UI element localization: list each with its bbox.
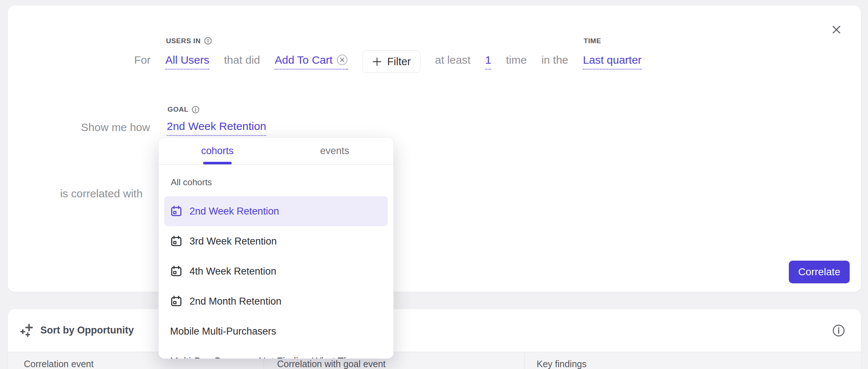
time-section-label: TIME xyxy=(584,37,601,45)
cohort-option[interactable]: 4th Week Retention xyxy=(164,256,388,286)
cohort-option-label: 2nd Month Retention xyxy=(190,296,282,307)
cohort-list: 2nd Week Retention3rd Week Retention4th … xyxy=(159,196,393,359)
cohort-option[interactable]: 2nd Month Retention xyxy=(164,286,388,316)
time-unit-label: time xyxy=(506,54,527,70)
remove-event-icon[interactable] xyxy=(336,54,348,66)
goal-label-text: GOAL xyxy=(168,105,188,113)
column-header-key-findings: Key findings xyxy=(525,352,861,369)
cohort-option-label: Mobile Multi-Purchasers xyxy=(170,326,276,337)
in-the-label: in the xyxy=(541,54,568,70)
event-value-text: Add To Cart xyxy=(275,54,332,66)
calendar-icon xyxy=(170,295,183,308)
calendar-icon xyxy=(170,265,183,277)
info-icon[interactable] xyxy=(192,106,199,113)
time-field: TIME Last quarter xyxy=(583,54,641,70)
is-correlated-with-label: is correlated with xyxy=(60,187,143,200)
that-did-label: that did xyxy=(224,54,260,70)
event-field: Add To Cart xyxy=(275,54,348,70)
cohort-option-label: 2nd Week Retention xyxy=(190,206,279,217)
filter-button-label: Filter xyxy=(387,56,411,68)
users-in-label: USERS IN xyxy=(166,37,212,45)
event-value[interactable]: Add To Cart xyxy=(275,54,348,70)
results-card: Sort by Opportunity Correlation event Co… xyxy=(7,309,861,369)
tab-events-label: events xyxy=(320,145,349,157)
count-field: 1 xyxy=(485,54,492,70)
count-value[interactable]: 1 xyxy=(485,54,492,70)
show-me-how-label: Show me how xyxy=(81,121,150,134)
sparkles-icon xyxy=(20,323,35,338)
goal-label: GOAL xyxy=(168,105,199,113)
add-filter-button[interactable]: Filter xyxy=(363,50,420,73)
close-icon xyxy=(832,25,841,34)
goal-value[interactable]: 2nd Week Retention xyxy=(167,120,266,136)
cohort-option[interactable]: Mobile Multi-Purchasers xyxy=(164,316,388,346)
info-icon xyxy=(832,324,845,337)
cohort-option[interactable]: 2nd Week Retention xyxy=(164,196,388,226)
calendar-icon xyxy=(170,205,183,217)
at-least-label: at least xyxy=(435,54,471,70)
dropdown-tabs: cohorts events xyxy=(159,138,393,165)
users-value[interactable]: All Users xyxy=(165,54,209,70)
correlate-button[interactable]: Correlate xyxy=(789,261,850,283)
goal-field: GOAL 2nd Week Retention xyxy=(167,120,266,136)
cohort-option[interactable]: Multi-Day Browsers Not Finding What They xyxy=(164,346,388,359)
results-header: Sort by Opportunity xyxy=(8,309,861,352)
close-button[interactable] xyxy=(830,23,843,36)
tab-cohorts[interactable]: cohorts xyxy=(159,138,276,164)
plus-icon xyxy=(372,57,382,67)
time-value[interactable]: Last quarter xyxy=(583,54,641,70)
time-section-label-text: TIME xyxy=(584,37,601,45)
page: For USERS IN All Users that did Add To C… xyxy=(0,0,868,369)
cohort-option-label: 4th Week Retention xyxy=(190,266,276,277)
for-label: For xyxy=(134,54,151,70)
cohort-group-label: All cohorts xyxy=(171,177,393,187)
results-table-header: Correlation event Correlation with goal … xyxy=(8,352,861,369)
results-info-button[interactable] xyxy=(832,324,845,337)
calendar-icon xyxy=(170,235,183,247)
active-tab-indicator xyxy=(203,162,232,164)
tab-events[interactable]: events xyxy=(276,138,393,164)
cohort-option[interactable]: 3rd Week Retention xyxy=(164,226,388,256)
sort-by-opportunity-label: Sort by Opportunity xyxy=(40,325,134,336)
correlation-builder-card: For USERS IN All Users that did Add To C… xyxy=(7,5,861,292)
cohort-option-label: 3rd Week Retention xyxy=(190,236,277,247)
users-in-label-text: USERS IN xyxy=(166,37,201,45)
cohort-option-label: Multi-Day Browsers Not Finding What They xyxy=(170,356,360,359)
query-sentence: For USERS IN All Users that did Add To C… xyxy=(134,50,641,73)
goal-picker-dropdown: cohorts events All cohorts 2nd Week Rete… xyxy=(158,137,394,359)
users-in-field: USERS IN All Users xyxy=(165,54,209,70)
info-icon[interactable] xyxy=(204,37,212,45)
tab-cohorts-label: cohorts xyxy=(201,145,234,157)
